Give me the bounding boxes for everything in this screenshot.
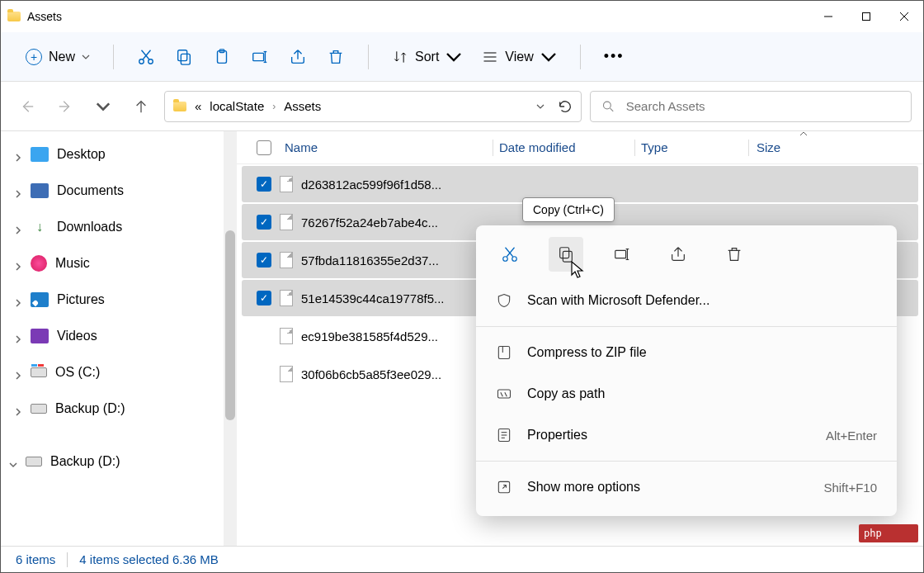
sidebar-item-backup-d[interactable]: Backup (D:) <box>1 391 224 427</box>
cursor-icon <box>570 260 587 283</box>
maximize-button[interactable] <box>847 1 885 32</box>
row-checkbox[interactable] <box>257 253 271 268</box>
file-icon <box>280 214 293 230</box>
sidebar-item-documents[interactable]: Documents <box>1 173 224 209</box>
pictures-icon <box>31 292 49 307</box>
select-all-checkbox[interactable] <box>257 140 271 155</box>
music-icon <box>31 255 47 272</box>
share-button[interactable] <box>280 40 315 74</box>
disk-icon <box>26 457 42 466</box>
column-type[interactable]: Type <box>641 140 668 154</box>
paste-button[interactable] <box>205 40 239 74</box>
sidebar-item-downloads[interactable]: ↓Downloads <box>1 209 224 245</box>
command-toolbar: + New Sort View ••• <box>1 32 923 82</box>
sidebar: Desktop Documents ↓Downloads Music Pictu… <box>1 131 224 546</box>
separator <box>580 45 581 69</box>
ctx-more-options[interactable]: Show more optionsShift+F10 <box>476 466 897 508</box>
ctx-rename-button[interactable] <box>605 237 639 272</box>
sidebar-item-music[interactable]: Music <box>1 245 224 282</box>
recent-button[interactable] <box>88 92 118 121</box>
forward-button[interactable] <box>50 92 80 121</box>
rename-button[interactable] <box>243 40 277 74</box>
svg-point-25 <box>512 257 517 262</box>
svg-line-27 <box>506 248 513 257</box>
sidebar-item-desktop[interactable]: Desktop <box>1 136 224 173</box>
chevron-down-icon[interactable] <box>536 102 544 111</box>
view-button[interactable]: View <box>474 44 564 70</box>
row-checkbox[interactable] <box>257 291 271 305</box>
delete-button[interactable] <box>318 40 353 74</box>
view-icon <box>482 49 498 65</box>
breadcrumb-current[interactable]: Assets <box>284 99 321 113</box>
new-button[interactable]: + New <box>17 44 98 70</box>
sort-button[interactable]: Sort <box>384 44 470 70</box>
svg-line-26 <box>507 248 514 257</box>
search-input[interactable] <box>626 99 899 113</box>
column-header: Name Date modified Type Size <box>237 131 923 164</box>
svg-rect-1 <box>863 13 870 21</box>
refresh-icon[interactable] <box>558 99 573 114</box>
shield-icon <box>496 292 512 309</box>
ctx-defender[interactable]: Scan with Microsoft Defender... <box>476 280 897 321</box>
new-label: New <box>49 50 75 64</box>
folder-icon <box>173 102 186 111</box>
svg-rect-29 <box>560 248 569 258</box>
folder-icon <box>7 12 21 21</box>
ctx-delete-button[interactable] <box>717 237 752 272</box>
row-checkbox[interactable] <box>257 215 271 230</box>
back-button[interactable] <box>12 92 42 121</box>
copy-tooltip: Copy (Ctrl+C) <box>522 197 615 222</box>
breadcrumb-parent[interactable]: localState <box>210 99 264 113</box>
minimize-button[interactable] <box>809 1 847 32</box>
svg-rect-9 <box>178 50 187 60</box>
path-icon <box>496 386 512 402</box>
disk-icon <box>31 404 47 414</box>
title-bar: Assets <box>1 1 923 32</box>
close-button[interactable] <box>885 1 923 32</box>
sidebar-scrollbar[interactable] <box>224 131 237 546</box>
file-icon <box>280 252 293 268</box>
file-icon <box>280 176 293 192</box>
sidebar-item-backup-d-2[interactable]: Backup (D:) <box>1 443 224 480</box>
svg-rect-8 <box>181 54 190 64</box>
ctx-copy-path[interactable]: Copy as path <box>476 373 897 414</box>
svg-line-6 <box>143 50 150 59</box>
chevron-right-icon: › <box>272 101 276 112</box>
sidebar-item-videos[interactable]: Videos <box>1 318 224 354</box>
scrollbar-thumb[interactable] <box>225 230 235 420</box>
svg-point-5 <box>148 59 153 64</box>
sidebar-item-pictures[interactable]: Pictures <box>1 282 224 318</box>
svg-line-7 <box>142 50 149 59</box>
row-checkbox[interactable] <box>257 177 271 192</box>
chevron-down-icon <box>540 49 557 65</box>
svg-rect-34 <box>498 347 509 359</box>
videos-icon <box>31 329 49 343</box>
properties-icon <box>496 427 512 443</box>
navigation-row: « localState › Assets <box>1 82 923 131</box>
separator <box>113 45 114 69</box>
plus-circle-icon: + <box>26 49 42 65</box>
column-size[interactable]: Size <box>757 140 780 154</box>
up-button[interactable] <box>126 92 156 121</box>
ctx-properties[interactable]: PropertiesAlt+Enter <box>476 414 897 456</box>
more-button[interactable]: ••• <box>596 43 633 70</box>
separator <box>476 326 897 327</box>
svg-rect-36 <box>498 390 511 398</box>
search-box[interactable] <box>590 91 912 122</box>
sort-icon <box>392 49 408 65</box>
sidebar-item-os-c[interactable]: OS (C:) <box>1 354 224 391</box>
copy-button[interactable] <box>167 40 201 74</box>
column-name[interactable]: Name <box>285 140 318 154</box>
breadcrumb-overflow[interactable]: « <box>195 99 201 113</box>
ctx-share-button[interactable] <box>661 237 695 272</box>
ctx-cut-button[interactable] <box>493 237 527 272</box>
ctx-zip[interactable]: Compress to ZIP file <box>476 332 897 373</box>
cut-button[interactable] <box>129 40 163 74</box>
column-date[interactable]: Date modified <box>499 140 576 154</box>
status-bar: 6 items 4 items selected 6.36 MB <box>1 546 923 572</box>
address-bar[interactable]: « localState › Assets <box>164 91 582 122</box>
file-icon <box>280 328 293 344</box>
sort-indicator-icon <box>799 126 808 140</box>
file-icon <box>280 366 293 382</box>
chevron-down-icon <box>446 49 462 65</box>
